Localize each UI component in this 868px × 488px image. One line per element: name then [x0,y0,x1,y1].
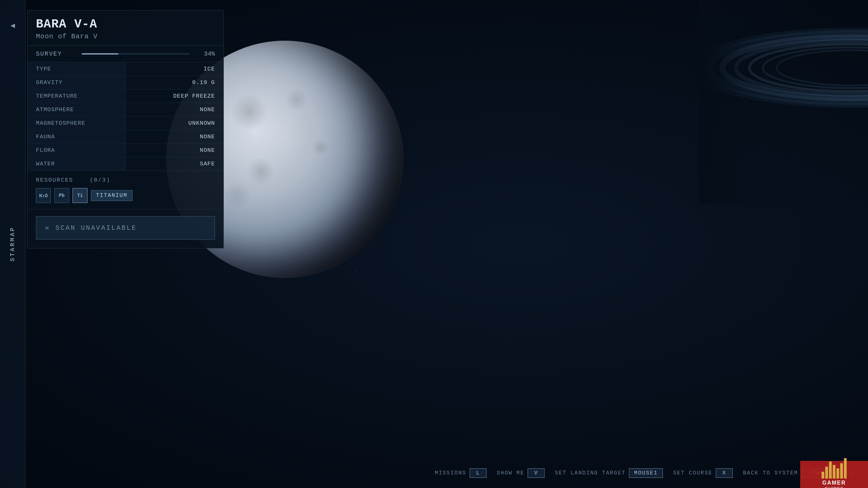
hud-item-label: SET COURSE [673,470,712,476]
sidebar-label: STARMAP [9,226,16,262]
planet-name: Bara V-a [36,17,215,31]
watermark: GAMER GUIDES [800,461,868,488]
chevron-left-icon: ◀ [11,21,15,30]
survey-bar-container [82,53,190,55]
resource-icon[interactable]: Ti [73,188,87,203]
scan-unavailable-icon: ✕ [45,223,50,232]
survey-section: SURVEY 34% [27,46,223,62]
hud-item: SHOW MEV [497,468,545,478]
scan-section: ✕ SCAN UNAVAILABLE [27,209,223,248]
info-panel: Bara V-a Moon of Bara V SURVEY 34% TYPE … [27,10,224,248]
survey-label: SURVEY [36,50,77,57]
stat-value: UNKNOWN [125,117,223,130]
stat-value: ICE [125,62,223,76]
hud-key[interactable]: V [528,468,545,478]
stat-row: WATER SAFE [27,157,223,170]
stat-value: 0.19 G [125,76,223,89]
watermark-text: GAMER [822,480,846,486]
resource-tooltip: TITANIUM [91,190,133,201]
planet-rings [698,0,868,203]
svg-rect-7 [698,0,868,203]
stat-label: TEMPERATURE [27,89,125,103]
hud-item: MISSIONSL [435,468,487,478]
watermark-bar [829,462,832,479]
watermark-bar [833,465,835,479]
stat-value: DEEP FREEZE [125,89,223,103]
survey-percent: 34% [195,50,215,57]
watermark-bar [840,463,843,479]
sidebar-panel: ◀ STARMAP [0,0,25,488]
stat-row: FAUNA NONE [27,130,223,144]
stats-table: TYPE ICE GRAVITY 0.19 G TEMPERATURE DEEP… [27,62,223,170]
stat-value: NONE [125,144,223,157]
stat-row: GRAVITY 0.19 G [27,76,223,89]
stat-label: ATMOSPHERE [27,103,125,116]
resources-header: RESOURCES (0/3) [36,177,215,183]
stat-label: FAUNA [27,130,125,143]
stat-label: TYPE [27,62,125,76]
survey-bar-fill [82,53,118,55]
hud-item-label: BACK TO SYSTEM [743,470,798,476]
resource-icon[interactable]: Pb [54,188,69,203]
hud-item-label: SET LANDING TARGET [555,470,626,476]
watermark-sub: GUIDES [825,486,844,488]
planet-subtitle: Moon of Bara V [36,33,215,40]
resources-icons-container: H₂OPbTiTITANIUM [36,188,215,203]
stat-label: FLORA [27,144,125,157]
panel-header: Bara V-a Moon of Bara V [27,11,223,46]
watermark-bar [822,472,824,479]
stat-row: ATMOSPHERE NONE [27,103,223,117]
bottom-hud: MISSIONSLSHOW MEVSET LANDING TARGETMOUSE… [435,468,854,478]
hud-item: SET COURSEX [673,468,733,478]
watermark-bar [836,468,839,479]
stat-row: FLORA NONE [27,144,223,157]
scan-button-label: SCAN UNAVAILABLE [55,224,137,232]
hud-key[interactable]: MOUSE1 [629,468,663,478]
watermark-bar [825,467,828,479]
stat-row: TYPE ICE [27,62,223,76]
stat-value: SAFE [125,157,223,170]
resource-icon[interactable]: H₂O [36,188,51,203]
hud-item-label: MISSIONS [435,470,466,476]
scan-button[interactable]: ✕ SCAN UNAVAILABLE [36,216,215,240]
sidebar-collapse-button[interactable]: ◀ [0,17,25,34]
watermark-bar [844,458,847,479]
hud-key[interactable]: X [716,468,733,478]
stat-label: WATER [27,157,125,170]
stat-row: TEMPERATURE DEEP FREEZE [27,89,223,103]
watermark-bars [822,458,847,479]
stat-label: GRAVITY [27,76,125,89]
hud-item: SET LANDING TARGETMOUSE1 [555,468,663,478]
resources-section: RESOURCES (0/3) H₂OPbTiTITANIUM [27,170,223,209]
hud-key[interactable]: L [470,468,487,478]
stat-row: MAGNETOSPHERE UNKNOWN [27,117,223,130]
stat-value: NONE [125,103,223,116]
hud-item-label: SHOW ME [497,470,524,476]
stat-label: MAGNETOSPHERE [27,117,125,130]
stat-value: NONE [125,130,223,143]
